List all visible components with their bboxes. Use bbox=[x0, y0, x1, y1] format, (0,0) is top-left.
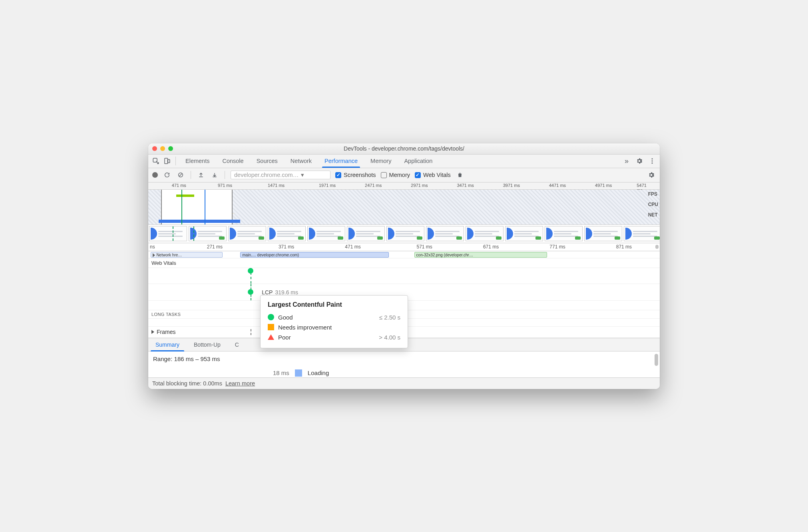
filmstrip-frame[interactable] bbox=[347, 226, 385, 241]
checkbox-checked-icon: ✓ bbox=[335, 172, 341, 178]
poor-swatch-icon bbox=[268, 334, 274, 340]
more-tabs-icon[interactable]: » bbox=[622, 157, 631, 165]
lcp-metric-label: LCP bbox=[262, 289, 273, 296]
caret-down-icon: ▾ bbox=[301, 172, 304, 178]
overview-fcp-marker bbox=[181, 190, 182, 224]
overview-load-marker bbox=[205, 190, 205, 224]
profile-selector-label: developer.chrome.com… bbox=[234, 172, 299, 178]
tooltip-title: Largest Contentful Paint bbox=[268, 301, 400, 308]
clear-icon[interactable] bbox=[176, 171, 185, 179]
screenshots-checkbox[interactable]: ✓ Screenshots bbox=[335, 172, 376, 178]
detail-tab-summary[interactable]: Summary bbox=[148, 338, 187, 351]
legend-label: Loading bbox=[308, 369, 329, 376]
blocking-time-text: Total blocking time: 0.00ms bbox=[152, 380, 222, 387]
zoom-window-button[interactable] bbox=[168, 146, 173, 151]
loading-color-swatch-icon bbox=[295, 369, 302, 377]
tooltip-row-poor: Poor > 4.00 s bbox=[268, 332, 400, 342]
flame-scrollbar-thumb[interactable] bbox=[655, 245, 659, 249]
filmstrip-frame[interactable] bbox=[189, 226, 227, 241]
titlebar: DevTools - developer.chrome.com/tags/dev… bbox=[148, 143, 660, 155]
filmstrip-frame[interactable] bbox=[149, 226, 187, 241]
window-title: DevTools - developer.chrome.com/tags/dev… bbox=[148, 145, 660, 152]
svg-point-3 bbox=[652, 158, 653, 159]
traffic-lights bbox=[152, 146, 173, 151]
overview-row-labels: FPS CPU NET bbox=[648, 191, 658, 218]
checkbox-unchecked-icon bbox=[381, 172, 387, 178]
main-tabs: Elements Console Sources Network Perform… bbox=[179, 155, 622, 168]
svg-rect-2 bbox=[168, 159, 170, 163]
webvitals-checkbox[interactable]: ✓ Web Vitals bbox=[415, 172, 451, 178]
capture-settings-gear-icon[interactable] bbox=[647, 171, 656, 179]
profile-selector[interactable]: developer.chrome.com… ▾ bbox=[231, 171, 330, 179]
tab-application[interactable]: Application bbox=[398, 155, 439, 168]
filmstrip[interactable] bbox=[148, 225, 660, 243]
svg-rect-1 bbox=[165, 158, 168, 164]
save-profile-icon[interactable] bbox=[210, 171, 219, 179]
tab-console[interactable]: Console bbox=[216, 155, 250, 168]
overview-net-lane bbox=[148, 220, 660, 223]
tab-elements[interactable]: Elements bbox=[179, 155, 216, 168]
filmstrip-frame[interactable] bbox=[268, 226, 306, 241]
overview-selection[interactable] bbox=[161, 190, 233, 224]
range-text: Range: 186 ms – 953 ms bbox=[153, 355, 655, 362]
expand-triangle-icon[interactable] bbox=[151, 330, 154, 334]
good-swatch-icon bbox=[268, 314, 274, 320]
kebab-menu-icon[interactable] bbox=[648, 157, 657, 165]
main-tabbar: Elements Console Sources Network Perform… bbox=[148, 155, 660, 168]
memory-checkbox[interactable]: Memory bbox=[381, 172, 410, 178]
tooltip-row-good: Good ≤ 2.50 s bbox=[268, 312, 400, 322]
lcp-value: 319.6 ms bbox=[275, 289, 298, 296]
inspect-element-icon[interactable] bbox=[151, 157, 160, 165]
tab-performance[interactable]: Performance bbox=[318, 155, 364, 168]
filmstrip-frame[interactable] bbox=[584, 226, 622, 241]
detail-scrollbar-thumb[interactable] bbox=[655, 354, 658, 366]
filmstrip-frame[interactable] bbox=[386, 226, 424, 241]
learn-more-link[interactable]: Learn more bbox=[225, 380, 255, 387]
tooltip-row-needsimprovement: Needs improvement bbox=[268, 322, 400, 332]
device-toolbar-icon[interactable] bbox=[163, 157, 171, 165]
needs-improvement-swatch-icon bbox=[268, 324, 274, 330]
vital-marker-dot[interactable] bbox=[248, 268, 253, 274]
flamechart-ruler: ns 271 ms 371 ms 471 ms 571 ms 671 ms 77… bbox=[148, 243, 660, 251]
overview-ruler: 471 ms 971 ms 1471 ms 1971 ms 2471 ms 29… bbox=[148, 183, 660, 190]
filmstrip-frame[interactable] bbox=[307, 226, 345, 241]
devtools-window: DevTools - developer.chrome.com/tags/dev… bbox=[148, 143, 660, 389]
svg-point-4 bbox=[652, 161, 653, 162]
tab-network[interactable]: Network bbox=[284, 155, 318, 168]
detail-tab-truncated[interactable]: C bbox=[228, 338, 246, 351]
lcp-tooltip: Largest Contentful Paint Good ≤ 2.50 s N… bbox=[260, 295, 408, 348]
close-window-button[interactable] bbox=[152, 146, 157, 151]
filmstrip-frame[interactable] bbox=[505, 226, 543, 241]
detail-tab-bottomup[interactable]: Bottom-Up bbox=[187, 338, 228, 351]
detail-body: Range: 186 ms – 953 ms 18 ms Loading bbox=[148, 351, 660, 377]
load-profile-icon[interactable] bbox=[197, 171, 205, 179]
filmstrip-frame[interactable] bbox=[466, 226, 504, 241]
filmstrip-frame[interactable] bbox=[624, 226, 660, 241]
overview-pane[interactable]: 471 ms 971 ms 1471 ms 1971 ms 2471 ms 29… bbox=[148, 183, 660, 225]
record-button[interactable] bbox=[152, 172, 158, 178]
section-webvitals[interactable]: Web Vitals bbox=[148, 258, 660, 268]
checkbox-checked-icon: ✓ bbox=[415, 172, 421, 178]
filmstrip-frame[interactable] bbox=[426, 226, 464, 241]
reload-record-icon[interactable] bbox=[163, 171, 171, 179]
performance-toolbar: developer.chrome.com… ▾ ✓ Screenshots Me… bbox=[148, 168, 660, 183]
summary-legend-row: 18 ms Loading bbox=[153, 369, 655, 377]
minimize-window-button[interactable] bbox=[160, 146, 165, 151]
legend-ms: 18 ms bbox=[273, 369, 289, 376]
status-bar: Total blocking time: 0.00ms Learn more bbox=[148, 377, 660, 389]
lcp-marker-dot[interactable] bbox=[248, 289, 253, 295]
filmstrip-frame[interactable] bbox=[545, 226, 583, 241]
network-lane[interactable]: Network hre… main.… developer.chrome.com… bbox=[148, 251, 660, 258]
flamechart-pane[interactable]: ns 271 ms 371 ms 471 ms 571 ms 671 ms 77… bbox=[148, 243, 660, 338]
webvitals-lane[interactable] bbox=[148, 268, 660, 284]
filmstrip-frame[interactable] bbox=[228, 226, 266, 241]
tab-memory[interactable]: Memory bbox=[364, 155, 398, 168]
collect-garbage-icon[interactable] bbox=[456, 171, 464, 179]
svg-point-5 bbox=[652, 163, 653, 164]
tab-sources[interactable]: Sources bbox=[250, 155, 284, 168]
settings-gear-icon[interactable] bbox=[635, 157, 644, 165]
